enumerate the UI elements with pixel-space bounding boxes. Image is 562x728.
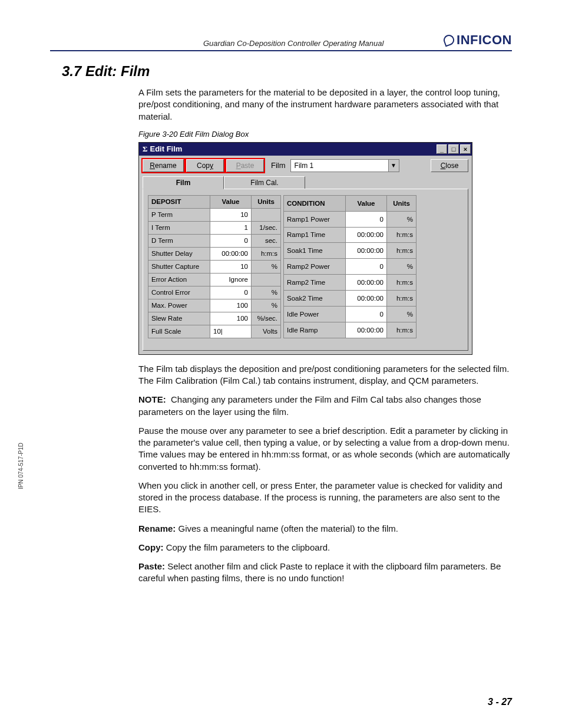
param-value-cell[interactable]: 100 — [210, 299, 252, 312]
note-block: NOTE: Changing any parameters under the … — [138, 394, 512, 418]
side-code: IPN 074-517-P1D — [18, 443, 24, 489]
param-value-cell[interactable]: 100 — [210, 312, 252, 325]
tab-film-cal[interactable]: Film Cal. — [224, 176, 305, 189]
param-units — [252, 273, 281, 286]
param-value-cell[interactable]: 0 — [346, 211, 387, 227]
page-number: 3 - 27 — [488, 697, 512, 707]
running-header: Guardian Co-Deposition Controller Operat… — [203, 39, 384, 48]
param-label: Idle Ramp — [284, 322, 346, 338]
param-value-cell[interactable]: 10| — [210, 325, 252, 338]
copy-button[interactable]: Copy — [186, 159, 224, 172]
brand-logo: INFICON — [444, 32, 512, 48]
paste-desc: Paste: Select another film and click Pas… — [138, 561, 512, 585]
param-label: Ramp2 Power — [284, 259, 346, 275]
param-units: h:m:s — [387, 275, 416, 291]
param-value-cell[interactable]: 1 — [210, 221, 252, 234]
note-label: NOTE: — [138, 394, 166, 404]
param-label: Slew Rate — [148, 312, 210, 325]
param-value-cell[interactable]: 00:00:00 — [210, 247, 252, 260]
param-label: Soak2 Time — [284, 291, 346, 307]
param-units: % — [252, 286, 281, 299]
sigma-icon: Σ — [143, 144, 148, 154]
dialog-title: Edit Film — [150, 144, 437, 153]
film-select[interactable]: Film 1 ▼ — [290, 159, 399, 172]
param-units: Volts — [252, 325, 281, 338]
table-row: Ramp1 Time00:00:00h:m:s — [284, 227, 416, 243]
param-label: P Term — [148, 208, 210, 221]
param-value-cell[interactable]: 0 — [210, 234, 252, 247]
click-paragraph: When you click in another cell, or press… — [138, 480, 512, 516]
film-select-value: Film 1 — [291, 162, 388, 170]
paste-button[interactable]: Paste — [226, 159, 264, 172]
param-value-cell[interactable]: 00:00:00 — [346, 291, 387, 307]
param-units: h:m:s — [387, 322, 416, 338]
minimize-button[interactable]: _ — [437, 144, 447, 154]
tab-film[interactable]: Film — [143, 176, 224, 189]
table-row: Shutter Capture10% — [148, 260, 281, 273]
table-row: I Term11/sec. — [148, 221, 281, 234]
table-row: Control Error0% — [148, 286, 281, 299]
section-heading: 3.7 Edit: Film — [62, 63, 512, 80]
table-row: D Term0sec. — [148, 234, 281, 247]
table-row: Max. Power100% — [148, 299, 281, 312]
table-row: Shutter Delay00:00:00h:m:s — [148, 247, 281, 260]
param-label: Max. Power — [148, 299, 210, 312]
intro-paragraph: A Film sets the parameters for the mater… — [138, 87, 512, 123]
table-row: Ramp2 Time00:00:00h:m:s — [284, 275, 416, 291]
param-value-cell[interactable]: 0 — [210, 286, 252, 299]
pause-paragraph: Pause the mouse over any parameter to se… — [138, 425, 512, 473]
dialog-titlebar[interactable]: Σ Edit Film _ □ × — [139, 143, 472, 156]
close-window-button[interactable]: × — [460, 144, 471, 154]
logo-icon — [442, 33, 456, 47]
param-label: Control Error — [148, 286, 210, 299]
param-value-cell[interactable]: 00:00:00 — [346, 227, 387, 243]
table-row: Full Scale10|Volts — [148, 325, 281, 338]
maximize-button[interactable]: □ — [448, 144, 459, 154]
table-row: Slew Rate100%/sec. — [148, 312, 281, 325]
param-units: % — [387, 211, 416, 227]
column-header: DEPOSIT — [148, 195, 210, 208]
param-value-cell[interactable]: 00:00:00 — [346, 275, 387, 291]
column-header: Units — [387, 195, 416, 211]
param-units: h:m:s — [387, 243, 416, 259]
param-label: Ramp2 Time — [284, 275, 346, 291]
column-header: Value — [210, 195, 252, 208]
param-units: %/sec. — [252, 312, 281, 325]
edit-film-dialog: Σ Edit Film _ □ × Rename Copy Paste Film… — [138, 142, 472, 355]
film-tab-paragraph: The Film tab displays the deposition and… — [138, 363, 512, 387]
param-value-cell[interactable]: 10 — [210, 208, 252, 221]
param-value-cell[interactable]: 00:00:00 — [346, 322, 387, 338]
param-label: Ramp1 Power — [284, 211, 346, 227]
note-text: Changing any parameters under the Film a… — [138, 394, 481, 416]
param-value-cell[interactable]: Ignore — [210, 273, 252, 286]
param-label: D Term — [148, 234, 210, 247]
param-label: Error Action — [148, 273, 210, 286]
film-label: Film — [271, 161, 286, 170]
rename-button[interactable]: Rename — [143, 159, 184, 172]
close-button[interactable]: Close — [431, 159, 468, 172]
param-label: Ramp1 Time — [284, 227, 346, 243]
param-label: Full Scale — [148, 325, 210, 338]
table-row: Ramp1 Power0% — [284, 211, 416, 227]
param-units: h:m:s — [387, 291, 416, 307]
rename-desc: Rename: Gives a meaningful name (often t… — [138, 523, 512, 535]
param-value-cell[interactable]: 10 — [210, 260, 252, 273]
param-units — [252, 208, 281, 221]
table-row: Ramp2 Power0% — [284, 259, 416, 275]
param-units: % — [387, 306, 416, 322]
table-row: Idle Ramp00:00:00h:m:s — [284, 322, 416, 338]
param-label: Soak1 Time — [284, 243, 346, 259]
param-label: I Term — [148, 221, 210, 234]
param-units: h:m:s — [387, 227, 416, 243]
param-value-cell[interactable]: 00:00:00 — [346, 243, 387, 259]
table-row: Idle Power0% — [284, 306, 416, 322]
param-label: Idle Power — [284, 306, 346, 322]
column-header: CONDITION — [284, 195, 346, 211]
figure-caption: Figure 3-20 Edit Film Dialog Box — [138, 130, 512, 139]
param-value-cell[interactable]: 0 — [346, 306, 387, 322]
chevron-down-icon[interactable]: ▼ — [388, 160, 399, 172]
param-label: Shutter Capture — [148, 260, 210, 273]
param-units: 1/sec. — [252, 221, 281, 234]
param-units: % — [252, 299, 281, 312]
param-value-cell[interactable]: 0 — [346, 259, 387, 275]
